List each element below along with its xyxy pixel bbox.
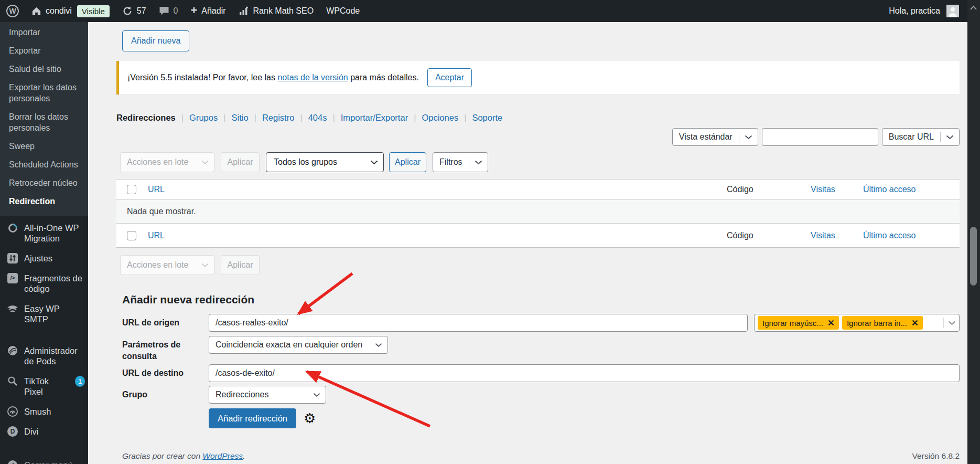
flags-dropdown[interactable] bbox=[943, 318, 956, 328]
sidebar-item-exportar[interactable]: Exportar bbox=[0, 41, 88, 60]
sidebar-item-divi[interactable]: D Divi bbox=[0, 421, 88, 441]
sidebar-item-importar[interactable]: Importar bbox=[0, 23, 88, 41]
sidebar-item-retroceder-nucleo[interactable]: Retroceder núcleo bbox=[0, 174, 88, 192]
updates-menu[interactable]: 57 bbox=[116, 0, 153, 22]
tab-soporte[interactable]: Soporte bbox=[472, 113, 502, 123]
new-content-menu[interactable]: + Añadir bbox=[184, 0, 232, 22]
comments-menu[interactable]: 0 bbox=[153, 0, 185, 22]
wordpress-link[interactable]: WordPress bbox=[202, 451, 243, 460]
filter-apply-button[interactable]: Aplicar bbox=[389, 152, 426, 172]
comments-icon bbox=[159, 6, 169, 16]
tab-grupos[interactable]: Grupos bbox=[189, 113, 218, 123]
avatar bbox=[946, 5, 959, 17]
sidebar-item-borrar-datos-personales[interactable]: Borrar los datos personales bbox=[0, 108, 88, 137]
tab-sitio[interactable]: Sitio bbox=[232, 113, 249, 123]
updates-icon bbox=[122, 6, 133, 16]
column-header-url[interactable]: URL bbox=[148, 185, 165, 194]
account-menu[interactable]: Hola, practica bbox=[882, 0, 980, 22]
source-flags-box[interactable]: Ignorar mayúsc... Ignorar barra in... bbox=[754, 314, 960, 332]
tab-404s[interactable]: 404s bbox=[308, 113, 327, 123]
column-footer-visitas[interactable]: Visitas bbox=[811, 231, 863, 240]
sidebar-item-fragmentos-de-codigo[interactable]: /> Fragmentos de código bbox=[0, 268, 88, 299]
scrollbar-thumb[interactable] bbox=[970, 227, 977, 286]
admin-sidebar: Importar Exportar Salud del sitio Export… bbox=[0, 22, 88, 464]
column-footer-codigo: Código bbox=[727, 231, 811, 240]
query-params-select[interactable]: Coincidencia exacta en cualquier orden bbox=[209, 336, 388, 354]
search-url-button[interactable]: Buscar URL bbox=[882, 128, 960, 146]
greeting-label: Hola, practica bbox=[889, 6, 940, 16]
wordpress-logo-menu[interactable]: W bbox=[0, 0, 25, 22]
column-footer-url[interactable]: URL bbox=[148, 231, 165, 240]
sidebar-item-all-in-one-wp-migration[interactable]: All-in-One WP Migration bbox=[0, 218, 88, 248]
tab-registro[interactable]: Registro bbox=[262, 113, 294, 123]
sidebar-item-sweep[interactable]: Sweep bbox=[0, 137, 88, 155]
remove-flag-icon[interactable] bbox=[828, 320, 834, 326]
bulk-apply-button-bottom[interactable]: Aplicar bbox=[221, 255, 260, 275]
sidebar-item-easy-wp-smtp[interactable]: Easy WP SMTP bbox=[0, 299, 88, 329]
group-filter-select[interactable]: Todos los grupos bbox=[266, 152, 384, 172]
scroll-up-icon[interactable] bbox=[970, 3, 977, 13]
updates-count: 57 bbox=[137, 6, 146, 16]
column-header-codigo: Código bbox=[727, 185, 811, 194]
view-filter-select[interactable]: Vista estándar bbox=[672, 128, 758, 146]
sidebar-item-administrador-de-pods[interactable]: Administrador de Pods bbox=[0, 341, 88, 371]
chevron-down-icon bbox=[941, 135, 959, 140]
wordpress-admin-screen: W condivi Visible 57 0 + Añadir Rank Ma bbox=[0, 0, 980, 464]
menu-separator bbox=[0, 329, 88, 341]
gear-icon[interactable]: ⚙ bbox=[304, 412, 316, 425]
code-icon: /> bbox=[6, 273, 19, 283]
tiktok-pixel-badge: 1 bbox=[75, 376, 85, 387]
add-redirect-button[interactable]: Añadir redirección bbox=[209, 408, 296, 428]
tab-opciones[interactable]: Opciones bbox=[422, 113, 458, 123]
select-all-checkbox[interactable] bbox=[127, 185, 136, 194]
flag-ignore-trailing-slash[interactable]: Ignorar barra in... bbox=[842, 316, 923, 330]
sidebar-item-exportar-datos-personales[interactable]: Exportar los datos personales bbox=[0, 78, 88, 108]
chevron-down-icon bbox=[370, 157, 378, 167]
rank-math-icon bbox=[239, 6, 249, 16]
column-footer-ultimo-acceso[interactable]: Último acceso bbox=[863, 231, 923, 240]
flag-ignore-case[interactable]: Ignorar mayúsc... bbox=[758, 316, 839, 330]
wpcode-label: WPCode bbox=[326, 6, 360, 16]
main-content: Añadir nueva ¡Versión 5.5 instalada! Por… bbox=[88, 22, 967, 464]
chevron-down-icon bbox=[196, 160, 214, 165]
sidebar-item-smush[interactable]: Smush bbox=[0, 402, 88, 421]
sidebar-item-redirection[interactable]: Redirection bbox=[0, 192, 88, 210]
bulk-action-select[interactable]: Acciones en lote bbox=[120, 152, 214, 172]
sidebar-item-tiktok-pixel[interactable]: TikTok Pixel 1 bbox=[0, 371, 88, 402]
select-all-checkbox[interactable] bbox=[127, 231, 136, 240]
sidebar-item-scheduled-actions[interactable]: Scheduled Actions bbox=[0, 155, 88, 174]
remove-flag-icon[interactable] bbox=[912, 320, 918, 326]
target-url-row: URL de destino bbox=[122, 364, 960, 382]
release-notes-link[interactable]: notas de la versión bbox=[277, 73, 348, 82]
bulk-action-select-bottom[interactable]: Acciones en lote bbox=[120, 255, 214, 275]
bulk-apply-button[interactable]: Aplicar bbox=[221, 152, 260, 172]
sidebar-item-ajustes[interactable]: Ajustes bbox=[0, 248, 88, 268]
group-select[interactable]: Redirecciones bbox=[209, 386, 326, 404]
column-header-ultimo-acceso[interactable]: Último acceso bbox=[863, 185, 923, 194]
target-url-label: URL de destino bbox=[122, 364, 209, 379]
tab-importar-exportar[interactable]: Importar/Exportar bbox=[341, 113, 408, 123]
browser-scrollbar[interactable] bbox=[967, 0, 980, 464]
add-new-button[interactable]: Añadir nueva bbox=[122, 30, 189, 51]
source-url-input[interactable] bbox=[209, 314, 748, 332]
tab-redirecciones[interactable]: Redirecciones bbox=[116, 113, 176, 123]
migration-icon bbox=[6, 223, 19, 233]
column-header-visitas[interactable]: Visitas bbox=[811, 185, 863, 194]
plus-icon: + bbox=[190, 5, 197, 16]
target-url-input[interactable] bbox=[209, 364, 960, 382]
collapse-menu-button[interactable]: Cerrar menú bbox=[0, 455, 88, 464]
search-toolbar: Vista estándar Buscar URL bbox=[116, 128, 960, 146]
chevron-down-icon bbox=[739, 135, 758, 140]
site-name-menu[interactable]: condivi Visible bbox=[25, 0, 116, 22]
group-label: Grupo bbox=[122, 386, 209, 400]
wpcode-menu[interactable]: WPCode bbox=[320, 0, 366, 22]
sidebar-item-salud-del-sitio[interactable]: Salud del sitio bbox=[0, 60, 88, 78]
accept-notice-button[interactable]: Aceptar bbox=[427, 68, 472, 87]
filters-button[interactable]: Filtros bbox=[433, 152, 488, 172]
rank-math-menu[interactable]: Rank Math SEO bbox=[232, 0, 320, 22]
admin-bar: W condivi Visible 57 0 + Añadir Rank Ma bbox=[0, 0, 980, 22]
footer-thanks: Gracias por crear con WordPress. bbox=[122, 451, 245, 461]
search-input[interactable] bbox=[762, 128, 878, 146]
chevron-down-icon bbox=[313, 390, 320, 399]
add-redirect-form: URL de origen Ignorar mayúsc... Ignorar … bbox=[116, 314, 960, 428]
